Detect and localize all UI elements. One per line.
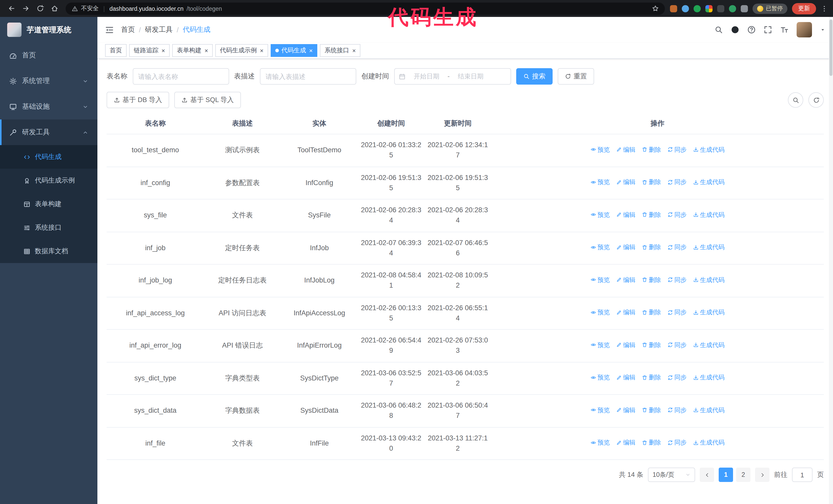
sync-link[interactable]: 同步 — [667, 406, 687, 415]
font-size-icon[interactable] — [780, 26, 788, 34]
sidebar-item-devtools[interactable]: 研发工具 — [0, 119, 97, 145]
preview-link[interactable]: 预览 — [590, 438, 610, 447]
preview-link[interactable]: 预览 — [590, 243, 610, 252]
preview-link[interactable]: 预览 — [590, 406, 610, 415]
close-tab-icon[interactable]: × — [309, 47, 313, 54]
tab-form-builder[interactable]: 表单构建× — [172, 44, 213, 57]
edit-link[interactable]: 编辑 — [616, 373, 635, 382]
edit-link[interactable]: 编辑 — [616, 243, 635, 252]
sidebar-item-codegen-demo[interactable]: 代码生成示例 — [0, 169, 97, 192]
close-tab-icon[interactable]: × — [352, 47, 356, 54]
fullscreen-icon[interactable] — [764, 26, 772, 34]
update-button[interactable]: 更新 — [792, 3, 816, 14]
next-page-button[interactable] — [755, 467, 769, 482]
import-sql-button[interactable]: 基于 SQL 导入 — [174, 92, 241, 108]
delete-link[interactable]: 删除 — [642, 210, 661, 219]
edit-link[interactable]: 编辑 — [616, 210, 635, 219]
sidebar-item-home[interactable]: 首页 — [0, 43, 97, 68]
delete-link[interactable]: 删除 — [642, 406, 661, 415]
github-icon[interactable] — [731, 26, 739, 34]
sidebar-item-infra[interactable]: 基础设施 — [0, 94, 97, 119]
page-button-2[interactable]: 2 — [736, 467, 751, 482]
reload-icon[interactable] — [34, 2, 46, 15]
sidebar-item-db-doc[interactable]: 数据库文档 — [0, 239, 97, 263]
generate-code-link[interactable]: 生成代码 — [693, 308, 724, 317]
generate-code-link[interactable]: 生成代码 — [693, 178, 724, 187]
breadcrumb-item[interactable]: 首页 — [121, 25, 135, 34]
avatar-caret-icon[interactable] — [820, 27, 825, 32]
delete-link[interactable]: 删除 — [642, 438, 661, 447]
ext-puzzle-icon[interactable] — [741, 5, 748, 12]
preview-link[interactable]: 预览 — [590, 340, 610, 350]
generate-code-link[interactable]: 生成代码 — [693, 340, 724, 350]
generate-code-link[interactable]: 生成代码 — [693, 406, 724, 415]
tab-system-api[interactable]: 系统接口× — [320, 44, 360, 57]
sync-link[interactable]: 同步 — [667, 373, 687, 382]
preview-link[interactable]: 预览 — [590, 145, 610, 154]
refresh-table-button[interactable] — [808, 92, 824, 108]
sync-link[interactable]: 同步 — [667, 438, 687, 447]
generate-code-link[interactable]: 生成代码 — [693, 210, 724, 219]
scrollbar-thumb[interactable] — [829, 20, 832, 76]
sync-link[interactable]: 同步 — [667, 145, 687, 154]
delete-link[interactable]: 删除 — [642, 178, 661, 187]
delete-link[interactable]: 删除 — [642, 340, 661, 350]
close-tab-icon[interactable]: × — [205, 47, 208, 54]
delete-link[interactable]: 删除 — [642, 145, 661, 154]
generate-code-link[interactable]: 生成代码 — [693, 145, 724, 154]
ext-green-check-icon[interactable] — [694, 5, 701, 12]
table-desc-input[interactable] — [260, 68, 356, 85]
ext-color-grid-icon[interactable] — [705, 5, 713, 12]
app-logo[interactable]: 芋道管理系统 — [0, 17, 97, 43]
user-avatar[interactable] — [796, 22, 812, 38]
breadcrumb-item[interactable]: 代码生成 — [183, 25, 210, 34]
generate-code-link[interactable]: 生成代码 — [693, 373, 724, 382]
browser-home-icon[interactable] — [48, 2, 61, 15]
goto-page-input[interactable] — [792, 467, 812, 482]
ext-blue-icon[interactable] — [682, 5, 689, 12]
ext-dark-icon[interactable] — [717, 5, 724, 12]
preview-link[interactable]: 预览 — [590, 210, 610, 219]
ext-green-icon[interactable] — [729, 5, 736, 12]
tab-codegen-demo[interactable]: 代码生成示例× — [215, 44, 268, 57]
browser-menu-icon[interactable] — [821, 5, 828, 12]
tab-tracing[interactable]: 链路追踪× — [129, 44, 170, 57]
generate-code-link[interactable]: 生成代码 — [693, 275, 724, 285]
table-name-input[interactable] — [133, 68, 229, 85]
tab-codegen[interactable]: 代码生成× — [271, 44, 317, 57]
generate-code-link[interactable]: 生成代码 — [693, 243, 724, 252]
prev-page-button[interactable] — [700, 467, 714, 482]
preview-link[interactable]: 预览 — [590, 373, 610, 382]
close-tab-icon[interactable]: × — [162, 47, 165, 54]
toggle-search-button[interactable] — [788, 92, 803, 108]
sidebar-item-system[interactable]: 系统管理 — [0, 68, 97, 94]
preview-link[interactable]: 预览 — [590, 308, 610, 317]
edit-link[interactable]: 编辑 — [616, 438, 635, 447]
sidebar-item-codegen[interactable]: 代码生成 — [0, 145, 97, 169]
page-size-select[interactable]: 10条/页 — [648, 467, 695, 482]
import-db-button[interactable]: 基于 DB 导入 — [106, 92, 169, 108]
bookmark-star-icon[interactable] — [652, 5, 659, 12]
sync-link[interactable]: 同步 — [667, 308, 687, 317]
end-date-input[interactable] — [452, 73, 490, 80]
edit-link[interactable]: 编辑 — [616, 275, 635, 285]
search-icon[interactable] — [715, 26, 723, 34]
sync-link[interactable]: 同步 — [667, 178, 687, 187]
edit-link[interactable]: 编辑 — [616, 178, 635, 187]
sidebar-item-form-builder[interactable]: 表单构建 — [0, 192, 97, 216]
start-date-input[interactable] — [407, 73, 446, 80]
edit-link[interactable]: 编辑 — [616, 340, 635, 350]
paused-badge[interactable]: 已暂停 — [753, 3, 787, 14]
reset-button[interactable]: 重置 — [558, 68, 594, 85]
page-button-1[interactable]: 1 — [719, 467, 733, 482]
sync-link[interactable]: 同步 — [667, 340, 687, 350]
back-icon[interactable] — [5, 2, 18, 15]
sidebar-toggle-icon[interactable] — [105, 25, 114, 34]
edit-link[interactable]: 编辑 — [616, 145, 635, 154]
generate-code-link[interactable]: 生成代码 — [693, 438, 724, 447]
browser-scrollbar[interactable] — [829, 17, 833, 504]
delete-link[interactable]: 删除 — [642, 275, 661, 285]
ext-orange-icon[interactable] — [670, 5, 677, 12]
search-button[interactable]: 搜索 — [516, 68, 553, 85]
sync-link[interactable]: 同步 — [667, 210, 687, 219]
